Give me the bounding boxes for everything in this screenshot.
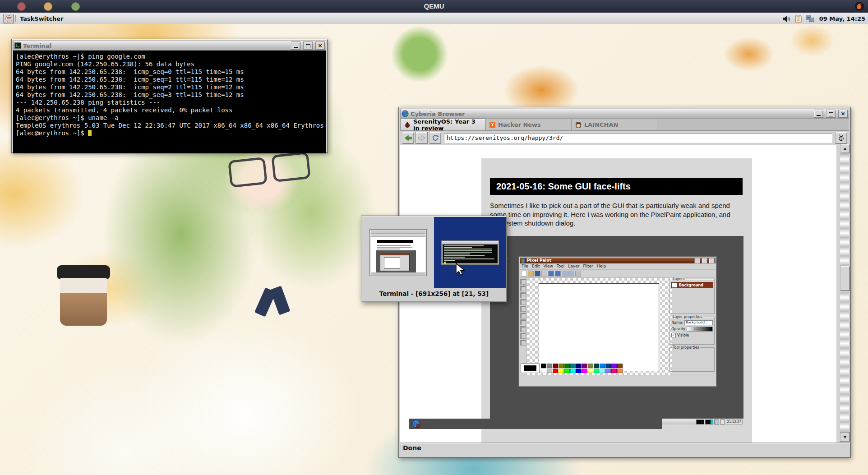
pixelpaint-maximize-button: [702, 258, 707, 263]
pixelpaint-toolbar-icon: [535, 271, 540, 277]
mouse-cursor: [455, 263, 465, 277]
pixelpaint-menu-item: File: [522, 264, 528, 269]
layer-properties-title: Layer properties: [672, 315, 703, 319]
terminal-output-line: 64 bytes from 142.250.65.238: icmp_seq=1…: [16, 76, 323, 83]
terminal-minimize-button[interactable]: [291, 42, 300, 50]
terminal-output-line: [alec@erythros ~]$ ping google.com: [16, 53, 323, 60]
switcher-caption: Terminal - [691x256] at [21, 53]: [361, 290, 507, 297]
terminal-output-line: PING google.com (142.250.65.238): 56 dat…: [16, 60, 323, 68]
palette-swatch: [605, 369, 611, 373]
browser-titlebar[interactable]: Cyberia Browser ×: [400, 109, 849, 119]
pixelpaint-tool-icon: [520, 313, 526, 318]
forward-icon: [418, 135, 425, 141]
terminal-close-button[interactable]: ×: [315, 42, 325, 50]
clipboard-icon[interactable]: [795, 15, 802, 23]
vertical-scrollbar[interactable]: [840, 144, 849, 442]
terminal-prompt-line: [alec@erythros ~]$: [16, 129, 323, 137]
palette-swatch: [594, 369, 599, 373]
mini-terminal-text-line: [444, 245, 484, 246]
palette-swatch: [611, 369, 617, 373]
task-switcher-icon: [5, 15, 12, 22]
speaker-icon[interactable]: [783, 15, 791, 23]
palette-swatch: [553, 364, 558, 368]
network-icon[interactable]: [806, 15, 814, 23]
reload-button[interactable]: [429, 132, 441, 144]
browser-close-button[interactable]: ×: [838, 110, 848, 118]
switcher-item-terminal[interactable]: [434, 217, 506, 288]
task-switcher-button[interactable]: [3, 14, 14, 23]
palette-swatch: [553, 369, 558, 373]
tool-properties-groupbox: Tool properties: [669, 347, 715, 372]
pixelpaint-canvas: [539, 283, 659, 371]
pixelpaint-menu-item: View: [544, 264, 553, 269]
pixelpaint-toolbar-icon: [528, 271, 534, 277]
pixelpaint-tool-icon: [520, 340, 526, 346]
qemu-titlebar: QEMU: [0, 0, 868, 13]
pixelpaint-close-button: [709, 258, 715, 263]
bookmarks-bug-button[interactable]: [835, 132, 847, 144]
pixelpaint-tool-icon: [520, 326, 526, 332]
palette-swatch: [576, 364, 582, 368]
palette-swatch: [541, 364, 546, 368]
pixelpaint-tool-strip: [520, 278, 527, 375]
palette-swatch: [559, 369, 564, 373]
mini-terminal-text-line: [444, 257, 465, 258]
browser-tabbar: SerenityOS: Year 3 in review Y Hacker Ne…: [400, 119, 849, 131]
visible-checkbox: ✓: [671, 333, 676, 337]
browser-toolbar: [400, 131, 849, 145]
forward-button[interactable]: [416, 132, 428, 144]
switcher-item-browser[interactable]: [362, 217, 434, 288]
name-label: Name:: [671, 321, 683, 325]
back-button[interactable]: [402, 132, 414, 144]
terminal-output-line: 64 bytes from 142.250.65.238: icmp_seq=3…: [16, 91, 323, 99]
pixelpaint-body: Layers Background Layer properties Name:: [520, 278, 716, 375]
embedded-screenshot-pixelpaint: Text Editor Pixel Paint FileEditViewTool…: [490, 236, 743, 424]
palette-swatch: [582, 364, 587, 368]
palette-swatch: [600, 364, 605, 368]
terminal-titlebar[interactable]: Terminal ×: [13, 41, 326, 51]
article-paragraph: Sometimes I like to pick out a part of t…: [490, 201, 741, 228]
pixelpaint-menu-item: Help: [597, 264, 606, 269]
back-icon: [405, 135, 412, 141]
pixelpaint-menu-item: Edit: [532, 264, 540, 269]
mini-terminal-text-line: [444, 250, 492, 251]
palette-swatch: [600, 369, 605, 373]
wallpaper-coffee-cup: [60, 278, 107, 294]
pixelpaint-toolbar: [520, 270, 716, 278]
palette-swatch: [541, 369, 546, 373]
terminal-output[interactable]: [alec@erythros ~]$ ping google.comPING g…: [13, 51, 326, 153]
tab-hacker-news[interactable]: Y Hacker News: [486, 119, 572, 130]
taskbar-separator: [15, 15, 16, 22]
terminal-output-line: 64 bytes from 142.250.65.238: icmp_seq=2…: [16, 83, 323, 91]
scrollbar-thumb[interactable]: [840, 266, 850, 291]
palette-swatch: [611, 364, 617, 368]
current-color-swatch: [521, 363, 540, 373]
qemu-window-title: QEMU: [0, 0, 868, 13]
terminal-output-line: 64 bytes from 142.250.65.238: icmp_seq=0…: [16, 68, 323, 76]
browser-minimize-button[interactable]: [814, 110, 823, 118]
browser-maximize-button[interactable]: [826, 110, 836, 118]
tab-lainchan[interactable]: LAINCHAN: [572, 119, 657, 130]
terminal-maximize-button[interactable]: [303, 42, 313, 50]
palette-swatch: [570, 364, 576, 368]
tab-serenityos-year-3[interactable]: SerenityOS: Year 3 in review: [400, 119, 486, 130]
tab-label: LAINCHAN: [584, 121, 618, 128]
mini-terminal-text-line: [444, 260, 455, 261]
pixelpaint-toolbar-icon: [562, 271, 568, 277]
url-input[interactable]: [444, 133, 832, 143]
scroll-up-button[interactable]: [840, 144, 850, 153]
scroll-down-button[interactable]: [840, 432, 850, 442]
pixelpaint-menubar: FileEditViewToolLayerFilterHelp: [520, 263, 716, 270]
taskbar-clock[interactable]: 09 May, 14:25: [818, 15, 865, 22]
terminal-prompt: [alec@erythros ~]$: [16, 129, 84, 137]
terminal-output-line: TempleOS erythros 5.03 Tue Dec 12 22:36:…: [16, 122, 323, 129]
terminal-window: Terminal × [alec@erythros ~]$ ping googl…: [11, 39, 328, 153]
opacity-label: Opacity: [671, 327, 685, 331]
pixelpaint-side-panel: Layers Background Layer properties Name:: [669, 278, 716, 377]
globe-ladybug-icon: [412, 420, 420, 428]
palette-swatch: [594, 364, 599, 368]
screenshot-clock: 21:12:27: [726, 420, 743, 424]
palette-swatch: [617, 364, 623, 368]
screen: QEMU TaskSwitcher: [0, 0, 868, 475]
task-switcher-overlay: Terminal - [691x256] at [21, 53]: [361, 216, 507, 302]
